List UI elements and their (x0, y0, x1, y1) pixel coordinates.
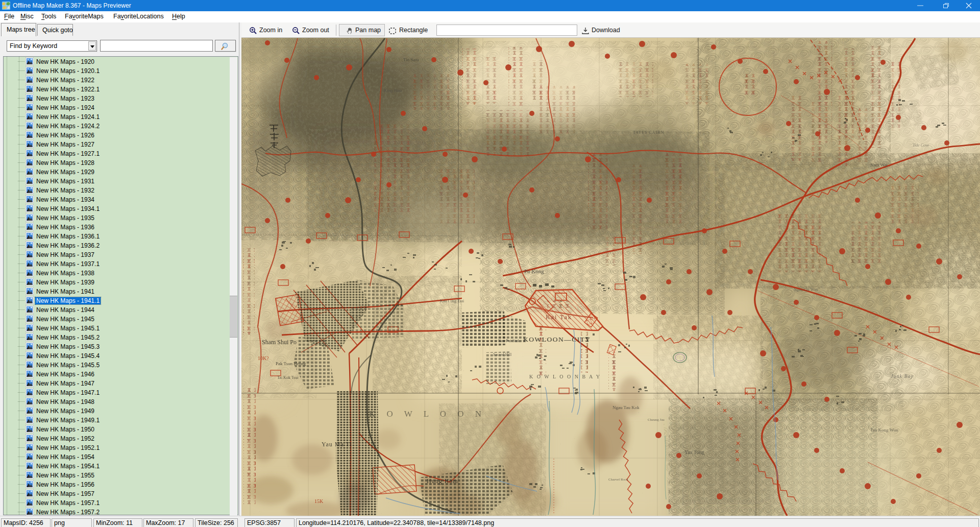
svg-text:Sacred Hill: Sacred Hill (493, 352, 512, 357)
svg-text:Cheung Jau: Cheung Jau (648, 418, 665, 422)
svg-text:Yau Tong: Yau Tong (684, 449, 704, 455)
svg-text:Tai Kok Tsui: Tai Kok Tsui (277, 375, 299, 380)
svg-text:K O W L O O N B A Y: K O W L O O N B A Y (529, 374, 601, 379)
svg-text:TATES CAIRN: TATES CAIRN (633, 130, 664, 135)
svg-text:Yau Ma Ti: Yau Ma Ti (322, 441, 352, 448)
svg-text:Charvel Rock: Charvel Rock (608, 477, 628, 482)
svg-text:Kau Pui Stek: Kau Pui Stek (498, 339, 520, 343)
svg-text:10K?: 10K? (258, 355, 269, 361)
svg-text:Po Kong: Po Kong (524, 268, 544, 274)
svg-text:Tau Kong Wun: Tau Kong Wun (870, 427, 898, 433)
svg-text:Tin Sam: Tin Sam (403, 57, 419, 62)
svg-text:Tide Cove: Tide Cove (913, 143, 929, 148)
svg-text:Ngau Chi Wan: Ngau Chi Wan (794, 288, 818, 292)
svg-text:Sham Shui Po: Sham Shui Po (262, 339, 297, 346)
svg-text:15K: 15K (314, 498, 324, 504)
svg-text:Nam Wai: Nam Wai (870, 162, 888, 167)
svg-text:Junk Bay: Junk Bay (891, 373, 914, 379)
svg-text:Kai Tak: Kai Tak (546, 314, 572, 321)
svg-text:King Hau: King Hau (383, 88, 402, 93)
svg-text:Hung Hom: Hung Hom (427, 477, 458, 485)
svg-text:Ngau Tau Kok: Ngau Tau Kok (612, 405, 640, 410)
svg-text:Kau Lung Tsai: Kau Lung Tsai (440, 299, 464, 303)
svg-text:Pak Tsun Heung: Pak Tsun Heung (276, 361, 306, 366)
svg-text:K O W L O O N: K O W L O O N (369, 409, 486, 419)
